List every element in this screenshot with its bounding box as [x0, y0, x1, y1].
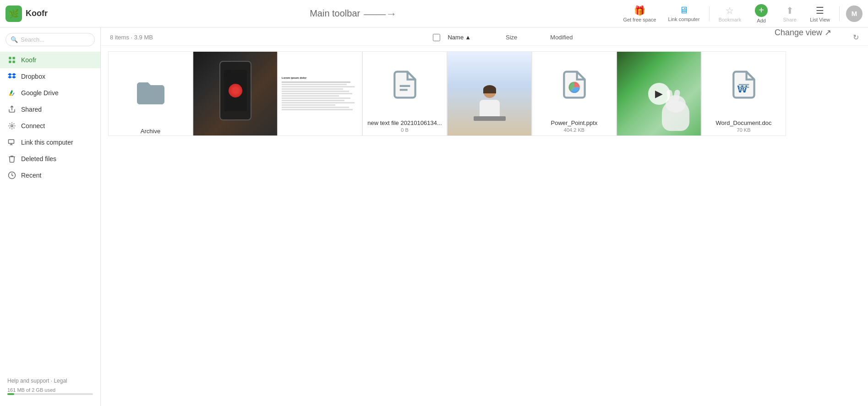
sidebar-item-connect[interactable]: Connect — [0, 118, 100, 134]
legal-link[interactable]: Legal — [54, 378, 67, 384]
svg-rect-2 — [9, 61, 11, 63]
deleted-icon — [7, 154, 16, 163]
logo-icon: 🌿 — [5, 5, 22, 22]
text-file-icon — [389, 68, 420, 101]
toolbar-separator-2 — [839, 6, 840, 21]
link-computer-sidebar-icon — [7, 138, 16, 147]
content-area: 8 items · 3.9 MB Name ▲ Size Modified ↻ … — [101, 27, 868, 406]
sort-by-name-button[interactable]: Name ▲ — [446, 33, 473, 42]
content-header: 8 items · 3.9 MB Name ▲ Size Modified ↻ — [101, 27, 868, 46]
text1-preview — [363, 52, 447, 118]
toolbar-arrow: ——→ — [364, 7, 397, 20]
storage-bar-container: 161 MB of 2 GB used — [7, 387, 93, 395]
word-preview: W — [702, 52, 786, 118]
pptx-name: Power_Point.pptx — [547, 118, 601, 127]
search-placeholder: Search... — [21, 36, 44, 43]
koofr-icon — [7, 55, 16, 65]
svg-rect-5 — [9, 140, 14, 143]
storage-bar-track — [7, 393, 93, 395]
file-tile-doc1[interactable]: Lorem ipsum dolor — [278, 51, 362, 136]
word-size: 70 KB — [737, 127, 751, 135]
file-tile-word[interactable]: W Word_Document.doc 70 KB — [701, 51, 786, 136]
text1-name: new text file 20210106134... — [364, 118, 446, 127]
sort-asc-icon: ▲ — [465, 34, 471, 41]
photo2-preview — [448, 52, 531, 135]
file-tile-photo1[interactable] — [193, 51, 278, 136]
toolbar-separator-1 — [709, 6, 710, 21]
link-computer-button[interactable]: 🖥 Link computer — [664, 2, 704, 25]
video-preview: ▶ — [617, 52, 701, 135]
file-tile-archive[interactable]: Archive — [108, 51, 193, 136]
sidebar-footer: Help and support · Legal 161 MB of 2 GB … — [0, 372, 100, 401]
add-button[interactable]: + Add — [748, 1, 774, 26]
get-free-space-button[interactable]: 🎁 Get free space — [618, 2, 661, 25]
bookmark-icon: ☆ — [726, 5, 734, 16]
search-icon: 🔍 — [11, 36, 18, 43]
archive-name: Archive — [137, 126, 164, 135]
svg-rect-1 — [13, 57, 15, 59]
google-drive-icon — [7, 88, 16, 97]
list-view-button[interactable]: ☰ List View — [805, 2, 835, 25]
link-computer-label: Link computer — [668, 16, 700, 22]
svg-point-4 — [11, 125, 13, 127]
main-layout: 🔍 Search... Koofr Dropbox — [0, 27, 868, 406]
bookmark-label: Bookmark — [719, 17, 742, 22]
shared-icon — [7, 105, 16, 114]
get-free-space-label: Get free space — [623, 17, 656, 22]
sidebar-label-koofr: Koofr — [21, 56, 36, 64]
sidebar-item-shared[interactable]: Shared — [0, 101, 100, 118]
app-logo[interactable]: 🌿 Koofr — [5, 5, 88, 22]
sidebar-label-link-computer: Link this computer — [21, 139, 73, 146]
share-icon: ⬆ — [786, 5, 794, 16]
bookmark-button[interactable]: ☆ Bookmark — [714, 2, 746, 25]
word-name: Word_Document.doc — [712, 118, 775, 127]
name-column-label: Name — [448, 34, 464, 41]
recent-icon — [7, 171, 16, 180]
sidebar-item-link-computer[interactable]: Link this computer — [0, 134, 100, 151]
sidebar-label-dropbox: Dropbox — [21, 73, 45, 80]
list-view-icon: ☰ — [816, 5, 824, 16]
text1-size: 0 B — [401, 127, 409, 135]
add-icon: + — [755, 4, 768, 17]
file-tile-video[interactable]: ▶ — [617, 51, 701, 136]
file-tile-pptx[interactable]: Power_Point.pptx 404.2 KB — [532, 51, 617, 136]
pptx-preview — [532, 52, 616, 118]
connect-icon — [7, 121, 16, 130]
doc1-preview: Lorem ipsum dolor — [278, 52, 362, 135]
folder-icon — [132, 77, 169, 110]
topbar: 🌿 Koofr Main toolbar ——→ 🎁 Get free spac… — [0, 0, 868, 27]
link-computer-icon: 🖥 — [679, 5, 688, 16]
svg-rect-3 — [13, 61, 15, 63]
size-column-label: Size — [506, 34, 517, 41]
sidebar-item-dropbox[interactable]: Dropbox — [0, 68, 100, 85]
refresh-button[interactable]: ↻ — [853, 33, 859, 42]
sidebar-label-connect: Connect — [21, 122, 45, 130]
help-link[interactable]: Help and support — [7, 378, 49, 384]
toolbar-actions: 🎁 Get free space 🖥 Link computer ☆ Bookm… — [618, 1, 863, 26]
search-input[interactable]: 🔍 Search... — [5, 33, 95, 46]
play-overlay: ▶ — [648, 83, 670, 105]
sidebar-label-recent: Recent — [21, 172, 41, 179]
file-tile-photo2[interactable] — [447, 51, 532, 136]
add-label: Add — [757, 18, 766, 23]
share-button[interactable]: ⬆ Share — [777, 2, 802, 25]
user-avatar[interactable]: M — [846, 5, 863, 22]
sidebar-item-koofr[interactable]: Koofr — [0, 52, 100, 68]
sidebar-item-google-drive[interactable]: Google Drive — [0, 85, 100, 101]
archive-folder-preview — [109, 52, 192, 126]
modified-column-label: Modified — [550, 34, 573, 41]
sidebar: 🔍 Search... Koofr Dropbox — [0, 27, 101, 406]
sidebar-label-shared: Shared — [21, 106, 42, 113]
sidebar-item-recent[interactable]: Recent — [0, 167, 100, 184]
select-all-checkbox[interactable] — [433, 34, 440, 41]
pptx-size: 404.2 KB — [564, 127, 584, 135]
app-name: Koofr — [26, 9, 48, 18]
svg-rect-0 — [9, 57, 11, 59]
toolbar-annotation-label: Main toolbar — [310, 8, 360, 19]
sidebar-label-deleted: Deleted files — [21, 155, 56, 162]
pptx-file-icon — [559, 68, 590, 101]
get-free-space-icon: 🎁 — [634, 5, 645, 16]
sidebar-navigation: Koofr Dropbox Google Drive — [0, 52, 100, 372]
file-tile-text1[interactable]: new text file 20210106134... 0 B — [362, 51, 447, 136]
sidebar-item-deleted[interactable]: Deleted files — [0, 151, 100, 167]
